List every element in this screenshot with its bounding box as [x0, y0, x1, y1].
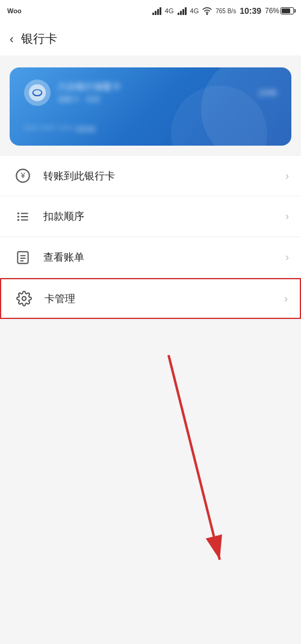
- chevron-right-icon-transfer: ›: [285, 170, 289, 182]
- svg-point-0: [206, 14, 208, 15]
- transfer-icon: ¥: [12, 165, 34, 187]
- menu-item-view-bill[interactable]: 查看账单 ›: [0, 237, 301, 278]
- menu-label-deduct-order: 扣款顺序: [43, 209, 285, 223]
- status-right: 4G 4G 765 B/s 10:39 76%: [152, 6, 294, 16]
- time: 10:39: [240, 6, 261, 16]
- menu-item-card-manage[interactable]: 卡管理 ›: [0, 278, 301, 319]
- svg-point-4: [17, 212, 19, 214]
- header: ‹ 银行卡: [0, 22, 301, 55]
- signal-label-2: 4G: [190, 7, 199, 14]
- card-logo-inner: [29, 84, 46, 101]
- menu-item-deduct-order[interactable]: 扣款顺序 ›: [0, 196, 301, 237]
- gear-icon: [13, 288, 35, 309]
- svg-point-14: [22, 297, 26, 301]
- battery: 76%: [265, 7, 294, 15]
- app-name: Woo: [7, 7, 22, 14]
- bill-icon: [12, 247, 34, 268]
- svg-point-8: [17, 218, 19, 220]
- menu-item-transfer[interactable]: ¥ 转账到此银行卡 ›: [0, 155, 301, 196]
- card-section: 六合银行储蓄卡 储蓄卡 · 花呗 2496 **** **** **** 888…: [10, 67, 291, 146]
- signal-label-1: 4G: [165, 7, 174, 14]
- annotation-arrow-svg: [126, 343, 247, 572]
- chevron-right-icon-deduct: ›: [285, 210, 289, 223]
- list-icon: [12, 206, 34, 228]
- card-top: 六合银行储蓄卡 储蓄卡 · 花呗 2496: [24, 79, 277, 106]
- svg-point-6: [17, 215, 19, 217]
- network-speed: 765 B/s: [216, 8, 236, 14]
- battery-icon: [281, 7, 294, 14]
- card-bottom: **** **** **** 8888: [24, 125, 277, 134]
- svg-line-16: [169, 355, 220, 560]
- status-bar: Woo 4G 4G 765 B/s 10:39 76%: [0, 0, 301, 22]
- chevron-right-icon-card-manage: ›: [284, 293, 288, 305]
- menu-label-view-bill: 查看账单: [43, 250, 285, 264]
- menu-label-transfer: 转账到此银行卡: [43, 169, 285, 183]
- card-bank-name: 六合银行储蓄卡: [58, 81, 251, 93]
- card-type: 储蓄卡 · 花呗: [58, 94, 251, 105]
- chevron-right-icon-bill: ›: [285, 251, 289, 264]
- page-title: 银行卡: [21, 31, 57, 47]
- arrow-annotation: [126, 343, 247, 574]
- svg-rect-10: [17, 252, 28, 264]
- back-button[interactable]: ‹: [10, 32, 14, 46]
- menu-label-card-manage: 卡管理: [45, 292, 284, 306]
- status-left: Woo: [7, 7, 22, 14]
- battery-percentage: 76%: [265, 7, 279, 15]
- bank-card[interactable]: 六合银行储蓄卡 储蓄卡 · 花呗 2496 **** **** **** 888…: [10, 67, 291, 146]
- card-info: 六合银行储蓄卡 储蓄卡 · 花呗: [58, 81, 251, 105]
- card-number-right: 2496: [258, 88, 277, 98]
- card-logo: [24, 79, 51, 106]
- signal-4g-2-icon: [178, 7, 187, 15]
- menu-list: ¥ 转账到此银行卡 › 扣款顺序 ›: [0, 155, 301, 319]
- svg-text:¥: ¥: [20, 171, 25, 180]
- wifi-icon: [202, 7, 212, 15]
- signal-4g-1-icon: [152, 7, 161, 15]
- card-number-bottom: **** **** **** 8888: [24, 125, 96, 134]
